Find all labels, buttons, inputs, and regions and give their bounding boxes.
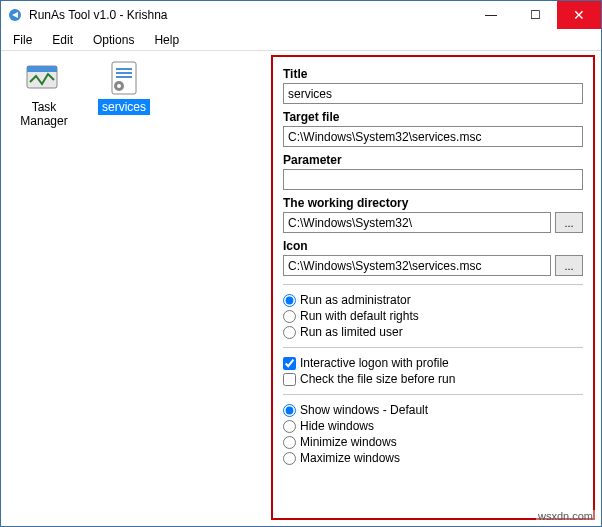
minimize-windows-radio[interactable] — [283, 436, 296, 449]
run-as-admin-option[interactable]: Run as administrator — [283, 293, 583, 307]
maximize-icon: ☐ — [530, 8, 541, 22]
show-default-option[interactable]: Show windows - Default — [283, 403, 583, 417]
close-icon: ✕ — [573, 7, 585, 23]
maximize-windows-option[interactable]: Maximize windows — [283, 451, 583, 465]
interactive-logon-option[interactable]: Interactive logon with profile — [283, 356, 583, 370]
watermark: wsxdn.com — [536, 510, 595, 522]
browse-workdir-button[interactable]: ... — [555, 212, 583, 233]
working-directory-input[interactable] — [283, 212, 551, 233]
menubar: File Edit Options Help — [1, 29, 601, 51]
parameter-input[interactable] — [283, 169, 583, 190]
option-label: Run with default rights — [300, 309, 419, 323]
ellipsis-icon: ... — [564, 217, 573, 229]
app-window: RunAs Tool v1.0 - Krishna — ☐ ✕ File Edi… — [0, 0, 602, 527]
menu-file[interactable]: File — [3, 29, 42, 50]
minimize-button[interactable]: — — [469, 1, 513, 29]
browse-icon-button[interactable]: ... — [555, 255, 583, 276]
svg-point-8 — [117, 84, 121, 88]
interactive-logon-checkbox[interactable] — [283, 357, 296, 370]
title-label: Title — [283, 67, 583, 81]
app-icon — [7, 7, 23, 23]
show-default-radio[interactable] — [283, 404, 296, 417]
working-directory-label: The working directory — [283, 196, 583, 210]
option-label: Show windows - Default — [300, 403, 428, 417]
icon-label: Icon — [283, 239, 583, 253]
option-label: Interactive logon with profile — [300, 356, 449, 370]
services-icon — [103, 59, 145, 97]
option-label: Run as administrator — [300, 293, 411, 307]
option-label: Check the file size before run — [300, 372, 455, 386]
hide-windows-radio[interactable] — [283, 420, 296, 433]
properties-panel: Title Target file Parameter The working … — [271, 55, 595, 520]
window-title: RunAs Tool v1.0 - Krishna — [29, 8, 469, 22]
target-file-label: Target file — [283, 110, 583, 124]
target-file-input[interactable] — [283, 126, 583, 147]
list-item-label: Task Manager — [7, 99, 81, 129]
svg-rect-6 — [116, 76, 132, 78]
ellipsis-icon: ... — [564, 260, 573, 272]
run-as-admin-radio[interactable] — [283, 294, 296, 307]
check-filesize-option[interactable]: Check the file size before run — [283, 372, 583, 386]
minimize-icon: — — [485, 8, 497, 22]
divider — [283, 284, 583, 285]
content-area: Task Manager services Title — [1, 51, 601, 526]
item-list[interactable]: Task Manager services — [1, 51, 271, 526]
divider — [283, 394, 583, 395]
parameter-label: Parameter — [283, 153, 583, 167]
hide-windows-option[interactable]: Hide windows — [283, 419, 583, 433]
list-item[interactable]: services — [87, 57, 161, 117]
option-label: Hide windows — [300, 419, 374, 433]
icon-input[interactable] — [283, 255, 551, 276]
close-button[interactable]: ✕ — [557, 1, 601, 29]
option-label: Maximize windows — [300, 451, 400, 465]
task-manager-icon — [23, 59, 65, 97]
window-controls: — ☐ ✕ — [469, 1, 601, 29]
menu-options[interactable]: Options — [83, 29, 144, 50]
run-default-option[interactable]: Run with default rights — [283, 309, 583, 323]
svg-rect-5 — [116, 72, 132, 74]
run-default-radio[interactable] — [283, 310, 296, 323]
option-label: Minimize windows — [300, 435, 397, 449]
svg-rect-4 — [116, 68, 132, 70]
run-limited-option[interactable]: Run as limited user — [283, 325, 583, 339]
menu-edit[interactable]: Edit — [42, 29, 83, 50]
list-item-label: services — [98, 99, 150, 115]
run-limited-radio[interactable] — [283, 326, 296, 339]
titlebar[interactable]: RunAs Tool v1.0 - Krishna — ☐ ✕ — [1, 1, 601, 29]
check-filesize-checkbox[interactable] — [283, 373, 296, 386]
maximize-button[interactable]: ☐ — [513, 1, 557, 29]
menu-help[interactable]: Help — [144, 29, 189, 50]
title-input[interactable] — [283, 83, 583, 104]
svg-rect-2 — [27, 66, 57, 72]
divider — [283, 347, 583, 348]
list-item[interactable]: Task Manager — [7, 57, 81, 131]
minimize-windows-option[interactable]: Minimize windows — [283, 435, 583, 449]
maximize-windows-radio[interactable] — [283, 452, 296, 465]
option-label: Run as limited user — [300, 325, 403, 339]
